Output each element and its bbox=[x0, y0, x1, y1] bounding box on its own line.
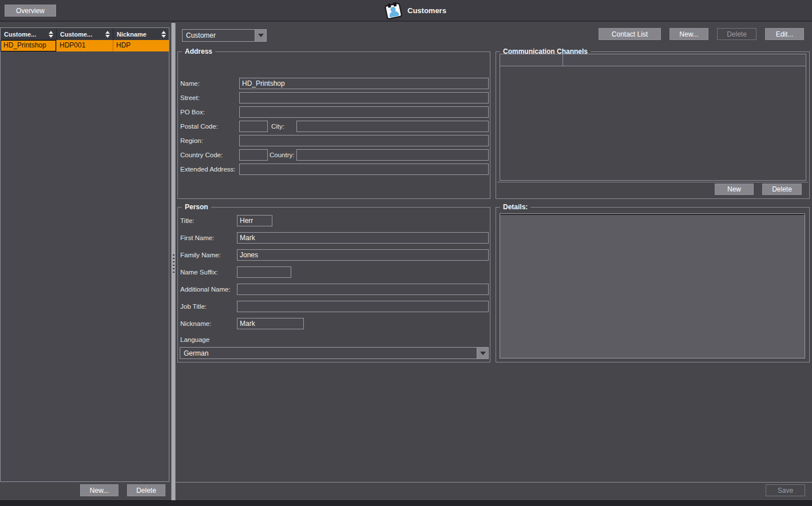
region-field[interactable] bbox=[239, 135, 489, 146]
name-suffix-label: Name Suffix: bbox=[180, 267, 218, 278]
sort-icon[interactable] bbox=[49, 31, 54, 38]
person-legend: Person bbox=[182, 203, 211, 211]
chevron-down-icon[interactable] bbox=[255, 30, 266, 41]
communication-channels-header bbox=[500, 54, 806, 66]
column-header-customer-name[interactable]: Custome... bbox=[1, 28, 57, 40]
language-label: Language bbox=[180, 334, 209, 345]
customer-delete-button[interactable]: Delete bbox=[127, 484, 165, 496]
overview-button[interactable]: Overview bbox=[5, 5, 56, 17]
street-field[interactable] bbox=[239, 92, 489, 103]
po-box-field[interactable] bbox=[239, 106, 489, 118]
country-code-label: Country Code: bbox=[180, 150, 223, 161]
country-field[interactable] bbox=[296, 149, 489, 161]
address-group: Address Name: Street: PO Box: Postal Cod… bbox=[177, 51, 490, 199]
family-name-field[interactable] bbox=[237, 249, 489, 261]
details-legend: Details: bbox=[500, 203, 530, 211]
communication-channels-list[interactable] bbox=[500, 66, 806, 180]
toolbar-delete-button: Delete bbox=[717, 28, 756, 40]
po-box-label: PO Box: bbox=[180, 107, 205, 118]
toolbar-new-button[interactable]: New... bbox=[670, 28, 708, 40]
country-code-field[interactable] bbox=[239, 149, 268, 161]
name-suffix-field[interactable] bbox=[237, 266, 291, 278]
family-name-label: Family Name: bbox=[180, 250, 221, 261]
channel-delete-button[interactable]: Delete bbox=[762, 184, 802, 195]
job-title-field[interactable] bbox=[237, 301, 489, 312]
contact-list-button[interactable]: Contact List bbox=[599, 28, 661, 40]
communication-channels-table[interactable] bbox=[500, 54, 806, 181]
toolbar-edit-button[interactable]: Edit... bbox=[765, 28, 804, 40]
channels-separator bbox=[497, 182, 808, 182]
extended-address-field[interactable] bbox=[239, 164, 489, 175]
column-header-customer-id[interactable]: Custome... bbox=[57, 28, 113, 40]
customer-list-table: Custome... Custome... Nickname HD_Prints… bbox=[0, 27, 169, 482]
customer-new-button[interactable]: New... bbox=[80, 484, 118, 496]
name-field[interactable] bbox=[239, 78, 489, 89]
customers-icon bbox=[384, 2, 405, 21]
postal-code-label: Postal Code: bbox=[180, 121, 218, 132]
name-label: Name: bbox=[180, 78, 200, 89]
entity-type-select[interactable]: Customer bbox=[182, 29, 267, 42]
communication-channels-group: Communication Channels New Delete bbox=[496, 51, 810, 199]
city-field[interactable] bbox=[296, 121, 489, 132]
additional-name-field[interactable] bbox=[237, 284, 489, 295]
splitter-grip-icon bbox=[173, 254, 175, 274]
panel-splitter[interactable] bbox=[171, 23, 176, 500]
nickname-label: Nickname: bbox=[180, 318, 211, 329]
region-label: Region: bbox=[180, 136, 203, 146]
address-legend: Address bbox=[182, 47, 215, 55]
customer-list-header: Custome... Custome... Nickname bbox=[1, 28, 169, 40]
sort-icon[interactable] bbox=[161, 31, 167, 38]
channel-new-button[interactable]: New bbox=[715, 184, 754, 195]
country-label: Country: bbox=[270, 150, 294, 161]
details-group: Details: bbox=[496, 207, 810, 362]
city-label: City: bbox=[271, 121, 284, 132]
footer-separator bbox=[176, 482, 812, 483]
column-header-nickname[interactable]: Nickname bbox=[113, 28, 169, 40]
customers-window: Overview Customers Custome... Custome...… bbox=[0, 0, 812, 506]
additional-name-label: Additional Name: bbox=[180, 284, 231, 295]
details-textarea[interactable] bbox=[500, 213, 805, 358]
nickname-field[interactable] bbox=[237, 318, 304, 329]
first-name-field[interactable] bbox=[237, 232, 489, 244]
title-field[interactable] bbox=[237, 215, 272, 226]
status-bar bbox=[0, 500, 812, 506]
save-button: Save bbox=[766, 484, 805, 496]
channel-value-column-header[interactable] bbox=[563, 54, 806, 66]
sort-icon[interactable] bbox=[105, 31, 111, 38]
cell-customer-name[interactable]: HD_Printshop bbox=[1, 40, 57, 51]
postal-code-field[interactable] bbox=[239, 121, 268, 132]
table-row[interactable]: HD_Printshop HDP001 HDP bbox=[1, 40, 169, 51]
title-label: Title: bbox=[180, 216, 195, 226]
cell-customer-id[interactable]: HDP001 bbox=[57, 40, 113, 51]
channel-type-column-header[interactable] bbox=[500, 54, 563, 66]
topbar: Overview Customers bbox=[0, 0, 812, 22]
cell-nickname[interactable]: HDP bbox=[113, 40, 169, 51]
language-select[interactable]: German bbox=[180, 347, 489, 359]
page-title: Customers bbox=[407, 0, 446, 22]
job-title-label: Job Title: bbox=[180, 301, 207, 312]
street-label: Street: bbox=[180, 93, 200, 103]
extended-address-label: Extended Address: bbox=[180, 164, 236, 175]
first-name-label: First Name: bbox=[180, 233, 214, 244]
person-group: Person Title: First Name: Family Name: N… bbox=[177, 207, 490, 362]
chevron-down-icon[interactable] bbox=[477, 348, 488, 358]
